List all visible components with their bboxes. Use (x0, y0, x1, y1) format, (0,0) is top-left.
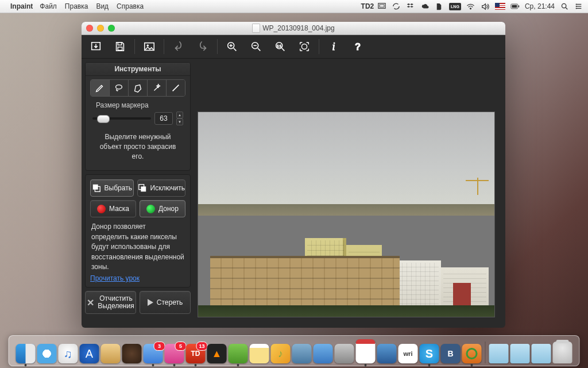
zoom-in-button[interactable] (221, 37, 243, 56)
svg-rect-1 (380, 5, 384, 7)
app-window: WP_20130918_004.jpg 1:1 i ? Инс (82, 22, 505, 328)
cloud-icon[interactable] (420, 2, 430, 11)
svg-rect-4 (512, 5, 517, 8)
dock-messages-icon[interactable] (314, 344, 333, 363)
redo-button[interactable] (192, 37, 214, 56)
donor-button[interactable]: Донор (140, 200, 185, 217)
menu-view[interactable]: Вид (96, 2, 109, 10)
marker-size-value[interactable]: 63 (154, 112, 173, 125)
tool-marker[interactable] (91, 80, 110, 96)
dock-appstore-icon[interactable]: A (80, 344, 99, 363)
dock-folder2-icon[interactable] (510, 344, 530, 363)
svg-point-16 (147, 45, 149, 47)
titlebar[interactable]: WP_20130918_004.jpg (82, 22, 505, 35)
main-toolbar: 1:1 i ? (82, 35, 505, 59)
svg-text:?: ? (355, 41, 361, 52)
open-button[interactable] (85, 37, 107, 56)
svg-line-6 (566, 7, 567, 9)
dock-app2-icon[interactable]: 5 (165, 344, 184, 363)
zoom-actual-button[interactable]: 1:1 (269, 37, 291, 56)
zoom-out-button[interactable] (245, 37, 267, 56)
svg-rect-14 (118, 47, 122, 51)
menubar-app-name[interactable]: Inpaint (10, 2, 33, 10)
close-icon: ✕ (87, 297, 94, 308)
tool-line[interactable] (167, 80, 185, 96)
svg-point-10 (576, 3, 577, 5)
dock-flame-icon[interactable]: ▲ (207, 344, 227, 363)
svg-point-30 (116, 85, 122, 89)
battery-icon[interactable] (510, 2, 520, 11)
stepper-down[interactable]: ▼ (176, 118, 183, 125)
menubar: Inpaint Файл Правка Вид Справка TD2 LNG … (0, 0, 588, 13)
dock-writer-icon[interactable]: wri (399, 344, 418, 363)
clock[interactable]: Ср, 21:44 (525, 2, 555, 10)
dock-inpaint-icon[interactable] (462, 344, 482, 363)
window-close-button[interactable] (86, 25, 93, 32)
svg-point-27 (301, 44, 307, 49)
svg-point-11 (576, 6, 577, 7)
menu-file[interactable]: Файл (40, 2, 57, 10)
canvas-area (194, 59, 505, 328)
save-button[interactable] (109, 37, 131, 56)
window-minimize-button[interactable] (97, 25, 104, 32)
evernote-icon[interactable] (435, 2, 444, 11)
dock-utility-icon[interactable] (335, 344, 354, 363)
dock-vk-icon[interactable]: B (441, 344, 461, 363)
tool-lasso[interactable] (110, 80, 129, 96)
menu-edit[interactable]: Правка (65, 2, 88, 10)
svg-point-5 (562, 3, 566, 7)
window-zoom-button[interactable] (108, 25, 115, 32)
mail-badge: 3 (154, 342, 165, 351)
stepper-up[interactable]: ▲ (176, 112, 183, 118)
erase-button[interactable]: Стереть (140, 291, 191, 314)
dock-skype-icon[interactable]: S (420, 344, 439, 363)
image-button[interactable] (138, 37, 160, 56)
flag-icon[interactable] (495, 3, 505, 10)
svg-text:1:1: 1:1 (277, 44, 282, 48)
dock-calendar-icon[interactable] (356, 339, 376, 363)
dock-itunes-icon[interactable]: ♫ (59, 344, 78, 363)
notifications-icon[interactable] (574, 2, 583, 11)
volume-icon[interactable] (481, 2, 490, 11)
exclude-button[interactable]: Исключить (137, 179, 185, 197)
display-icon[interactable] (377, 2, 386, 11)
wifi-icon[interactable] (466, 2, 475, 11)
select-button[interactable]: Выбрать (90, 179, 134, 197)
dock-app1-icon[interactable] (122, 344, 142, 363)
image-canvas[interactable] (198, 112, 495, 317)
mask-button[interactable]: Маска (90, 200, 136, 217)
read-lesson-link[interactable]: Прочитать урок (90, 274, 140, 282)
dock-ibooks-icon[interactable] (101, 344, 121, 363)
dock-trash-icon[interactable] (553, 342, 572, 363)
dock-safari-icon[interactable] (37, 344, 57, 363)
dock-finder-icon[interactable] (16, 344, 36, 363)
dropbox-icon[interactable] (406, 2, 415, 11)
help-button[interactable]: ? (347, 37, 369, 56)
info-button[interactable]: i (323, 37, 345, 56)
menu-help[interactable]: Справка (117, 2, 144, 10)
tools-panel: Инструменты Размер маркера (85, 62, 191, 171)
marker-size-stepper[interactable]: ▲ ▼ (176, 112, 183, 125)
sync-icon[interactable] (392, 2, 401, 11)
dock-folder3-icon[interactable] (532, 344, 551, 363)
clear-selection-button[interactable]: ✕ ОтчиститьВыделения (85, 291, 136, 314)
tool-polygon[interactable] (129, 80, 148, 96)
svg-line-25 (282, 48, 285, 51)
marker-size-slider[interactable] (92, 114, 151, 122)
zoom-fit-button[interactable] (293, 37, 315, 56)
dock-sparrow-icon[interactable] (377, 344, 397, 363)
select-icon (92, 183, 101, 193)
dock-todo-icon[interactable]: TD13 (186, 344, 206, 363)
dock-photos-icon[interactable] (292, 344, 312, 363)
tool-magic-wand[interactable] (148, 80, 167, 96)
spotlight-icon[interactable] (560, 2, 569, 11)
dock-mail-icon[interactable]: 3 (144, 344, 163, 363)
lang-icon[interactable]: LNG (449, 3, 461, 10)
dock-evernote-icon[interactable] (229, 344, 248, 363)
dock-notes-icon[interactable] (250, 344, 269, 363)
undo-button[interactable] (168, 37, 189, 56)
dock-folder1-icon[interactable] (489, 344, 509, 363)
dock: ♫ A 3 5 TD13 ▲ ♪ wri S B (9, 335, 580, 366)
td-status-icon[interactable]: TD2 (363, 2, 372, 11)
dock-music-icon[interactable]: ♪ (271, 344, 291, 363)
